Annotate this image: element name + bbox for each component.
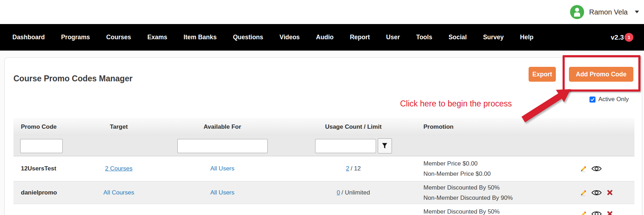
table-row: Member Discounted By 50% <box>13 204 634 215</box>
row-actions <box>552 188 634 197</box>
page-title: Course Promo Codes Manager <box>13 73 132 84</box>
active-only-label: Active Only <box>598 96 629 103</box>
export-button[interactable]: Export <box>529 67 556 82</box>
usage-limit: / Unlimited <box>342 189 370 196</box>
table-header-row: Promo Code Target Available For Usage Co… <box>13 118 634 136</box>
promotion-line-1: Member Price $0.00 <box>423 158 552 169</box>
row-actions <box>552 165 634 173</box>
nav-item-tools[interactable]: Tools <box>416 34 432 41</box>
promo-codes-table: Promo Code Target Available For Usage Co… <box>13 118 634 215</box>
usage-filter-input[interactable] <box>315 139 376 153</box>
nav-item-videos[interactable]: Videos <box>280 34 300 41</box>
pencil-icon <box>580 189 587 197</box>
notification-badge[interactable]: 1 <box>625 33 633 42</box>
promo-code-cell: danielpromo <box>13 189 90 196</box>
promotion-line-2: Non-Member Price $0.00 <box>423 169 552 179</box>
active-only-filter: Active Only <box>589 96 629 103</box>
table-filter-row <box>13 136 634 156</box>
nav-item-courses[interactable]: Courses <box>106 34 131 41</box>
nav-item-item-banks[interactable]: Item Banks <box>184 34 217 41</box>
column-header-promo-code: Promo Code <box>13 123 90 130</box>
chevron-down-icon[interactable] <box>635 11 639 13</box>
apply-filter-button[interactable] <box>378 138 392 153</box>
delete-button[interactable] <box>606 188 614 197</box>
promotion-line-1: Member Discounted By 50% <box>423 207 552 215</box>
column-header-available-for: Available For <box>148 123 297 130</box>
pencil-icon <box>580 165 587 173</box>
promo-codes-card: Course Promo Codes Manager Export Add Pr… <box>4 57 642 215</box>
promotion-cell: Member Price $0.00 Non-Member Price $0.0… <box>410 158 552 179</box>
eye-icon <box>591 165 602 173</box>
active-only-checkbox[interactable] <box>589 97 595 103</box>
edit-button[interactable] <box>580 165 587 173</box>
user-avatar-icon <box>570 5 584 19</box>
target-link[interactable]: All Courses <box>103 189 134 196</box>
promo-code-cell: 12UsersTest <box>13 165 90 172</box>
view-button[interactable] <box>591 165 602 173</box>
view-button[interactable] <box>591 189 602 197</box>
nav-item-exams[interactable]: Exams <box>147 34 167 41</box>
main-navbar: Dashboard Programs Courses Exams Item Ba… <box>0 24 644 51</box>
column-header-target: Target <box>90 123 148 130</box>
add-promo-code-button[interactable]: Add Promo Code <box>569 67 633 82</box>
promotion-cell: Member Discounted By 50% Non-Member Disc… <box>410 182 552 203</box>
filter-funnel-icon <box>381 143 388 149</box>
edit-button[interactable] <box>580 189 587 197</box>
nav-item-user[interactable]: User <box>386 34 400 41</box>
usage-count-link[interactable]: 2 <box>346 165 349 172</box>
top-bar: Ramon Vela <box>0 0 644 24</box>
nav-item-report[interactable]: Report <box>350 34 370 41</box>
user-menu[interactable]: Ramon Vela <box>570 5 639 19</box>
column-header-usage: Usage Count / Limit <box>297 123 410 130</box>
promo-code-filter-input[interactable] <box>20 139 63 153</box>
available-for-filter-input[interactable] <box>177 139 268 153</box>
table-row: 12UsersTest 2 Courses All Users 2/ 12 Me… <box>13 156 634 181</box>
view-button[interactable] <box>591 210 602 215</box>
nav-items: Dashboard Programs Courses Exams Item Ba… <box>12 34 611 41</box>
usage-count-link[interactable]: 0 <box>337 189 340 196</box>
promotion-line-1: Member Discounted By 50% <box>423 182 552 193</box>
nav-item-dashboard[interactable]: Dashboard <box>12 34 45 41</box>
promotion-cell: Member Discounted By 50% <box>410 204 552 215</box>
nav-item-social[interactable]: Social <box>449 34 467 41</box>
available-for-link[interactable]: All Users <box>210 165 234 172</box>
eye-icon <box>591 189 602 197</box>
nav-item-programs[interactable]: Programs <box>61 34 90 41</box>
target-link[interactable]: 2 Courses <box>105 165 132 172</box>
row-actions <box>552 210 634 215</box>
available-for-link[interactable]: All Users <box>210 189 234 196</box>
usage-limit: / 12 <box>351 165 361 172</box>
version-label: v2.3 <box>611 34 624 41</box>
nav-item-questions[interactable]: Questions <box>233 34 263 41</box>
user-name: Ramon Vela <box>589 8 628 16</box>
eye-icon <box>591 210 602 215</box>
delete-x-icon <box>606 210 614 215</box>
delete-x-icon <box>606 188 614 197</box>
nav-item-help[interactable]: Help <box>520 34 534 41</box>
table-row: danielpromo All Courses All Users 0/ Unl… <box>13 181 634 204</box>
nav-item-audio[interactable]: Audio <box>316 34 334 41</box>
delete-button[interactable] <box>606 210 614 215</box>
nav-item-survey[interactable]: Survey <box>483 34 503 41</box>
edit-button[interactable] <box>580 210 587 215</box>
checkmark-icon <box>590 97 595 102</box>
promotion-line-2: Non-Member Discounted By 90% <box>423 193 552 203</box>
pencil-icon <box>580 210 587 215</box>
nav-version-area: v2.3 1 <box>611 33 633 42</box>
column-header-promotion: Promotion <box>410 123 552 130</box>
